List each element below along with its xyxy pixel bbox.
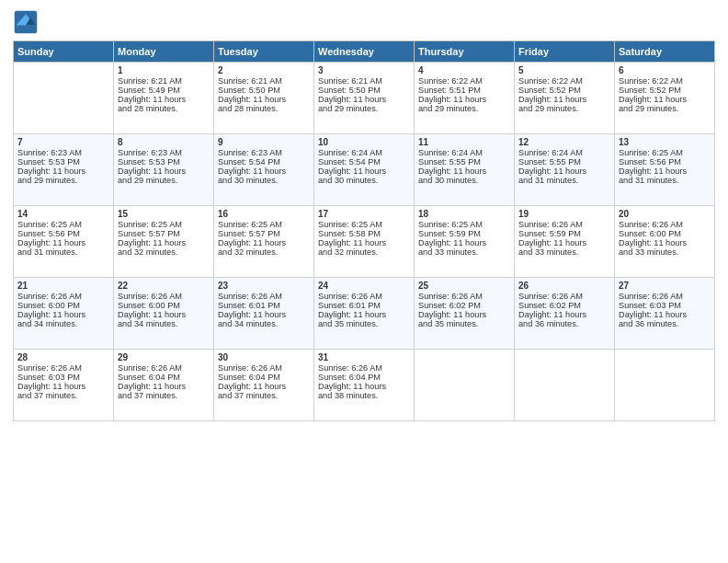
cell-info-line: Daylight: 11 hours bbox=[418, 238, 510, 247]
calendar-cell: 2Sunrise: 6:21 AMSunset: 5:50 PMDaylight… bbox=[214, 63, 314, 134]
cell-info-line: Sunset: 6:03 PM bbox=[17, 373, 109, 382]
cell-info-line: Sunset: 6:01 PM bbox=[218, 301, 310, 310]
cell-info-line: Sunrise: 6:25 AM bbox=[418, 220, 510, 229]
cell-info-line: Sunset: 5:52 PM bbox=[619, 86, 711, 95]
cell-info-line: Daylight: 11 hours bbox=[418, 95, 510, 104]
cell-info-line: Daylight: 11 hours bbox=[418, 310, 510, 319]
cell-info-line: Sunrise: 6:26 AM bbox=[318, 363, 410, 373]
week-row-3: 21Sunrise: 6:26 AMSunset: 6:00 PMDayligh… bbox=[14, 278, 715, 350]
header bbox=[13, 9, 715, 35]
cell-info-line: and 32 minutes. bbox=[218, 247, 310, 257]
logo bbox=[13, 9, 42, 35]
cell-info-line: and 37 minutes. bbox=[218, 391, 310, 400]
cell-info-line: Sunrise: 6:25 AM bbox=[318, 220, 410, 229]
cell-info-line: and 34 minutes. bbox=[218, 319, 310, 328]
cell-info-line: Sunrise: 6:26 AM bbox=[218, 292, 310, 301]
cell-info-line: Sunset: 5:49 PM bbox=[118, 86, 210, 95]
cell-info-line: Daylight: 11 hours bbox=[118, 310, 210, 319]
cell-info-line: Sunset: 5:54 PM bbox=[218, 157, 310, 167]
calendar-cell: 24Sunrise: 6:26 AMSunset: 6:01 PMDayligh… bbox=[314, 278, 415, 350]
cell-info-line: and 29 minutes. bbox=[318, 104, 410, 113]
week-row-0: 1Sunrise: 6:21 AMSunset: 5:49 PMDaylight… bbox=[14, 63, 715, 134]
cell-info-line: Daylight: 11 hours bbox=[218, 167, 310, 176]
calendar-cell: 15Sunrise: 6:25 AMSunset: 5:57 PMDayligh… bbox=[114, 206, 214, 278]
cell-info-line: and 31 minutes. bbox=[518, 176, 610, 185]
cell-info-line: and 29 minutes. bbox=[518, 104, 610, 113]
cell-info-line: Daylight: 11 hours bbox=[17, 238, 109, 247]
cell-info-line: Sunrise: 6:26 AM bbox=[518, 292, 610, 301]
cell-info-line: Sunset: 5:50 PM bbox=[318, 86, 410, 95]
day-header-friday: Friday bbox=[515, 41, 615, 63]
day-number: 10 bbox=[318, 137, 410, 147]
calendar-cell: 12Sunrise: 6:24 AMSunset: 5:55 PMDayligh… bbox=[515, 134, 615, 206]
calendar-cell: 1Sunrise: 6:21 AMSunset: 5:49 PMDaylight… bbox=[114, 63, 214, 134]
cell-info-line: Daylight: 11 hours bbox=[17, 167, 109, 176]
day-number: 21 bbox=[17, 281, 109, 291]
day-number: 9 bbox=[218, 137, 310, 147]
cell-info-line: Sunset: 6:04 PM bbox=[118, 373, 210, 382]
cell-info-line: and 35 minutes. bbox=[418, 319, 510, 328]
day-number: 7 bbox=[17, 137, 109, 147]
cell-info-line: Daylight: 11 hours bbox=[518, 310, 610, 319]
calendar-cell: 27Sunrise: 6:26 AMSunset: 6:03 PMDayligh… bbox=[615, 278, 715, 350]
cell-info-line: Daylight: 11 hours bbox=[118, 238, 210, 247]
calendar-header: SundayMondayTuesdayWednesdayThursdayFrid… bbox=[14, 41, 715, 63]
cell-info-line: Daylight: 11 hours bbox=[218, 382, 310, 391]
cell-info-line: Sunrise: 6:25 AM bbox=[619, 148, 711, 157]
cell-info-line: Sunrise: 6:26 AM bbox=[418, 292, 510, 301]
cell-info-line: Daylight: 11 hours bbox=[619, 238, 711, 247]
calendar-cell: 5Sunrise: 6:22 AMSunset: 5:52 PMDaylight… bbox=[515, 63, 615, 134]
cell-info-line: and 33 minutes. bbox=[619, 247, 711, 257]
cell-info-line: Daylight: 11 hours bbox=[218, 310, 310, 319]
cell-info-line: and 32 minutes. bbox=[118, 247, 210, 257]
week-row-1: 7Sunrise: 6:23 AMSunset: 5:53 PMDaylight… bbox=[14, 134, 715, 206]
day-number: 11 bbox=[418, 137, 510, 147]
cell-info-line: Daylight: 11 hours bbox=[118, 95, 210, 104]
cell-info-line: Sunrise: 6:21 AM bbox=[118, 76, 210, 86]
cell-info-line: Sunrise: 6:26 AM bbox=[518, 220, 610, 229]
cell-info-line: Sunrise: 6:21 AM bbox=[218, 76, 310, 86]
cell-info-line: and 30 minutes. bbox=[418, 176, 510, 185]
cell-info-line: Sunrise: 6:26 AM bbox=[17, 292, 109, 301]
cell-info-line: Daylight: 11 hours bbox=[17, 382, 109, 391]
cell-info-line: Sunrise: 6:26 AM bbox=[118, 292, 210, 301]
day-number: 26 bbox=[518, 281, 610, 291]
day-number: 27 bbox=[619, 281, 711, 291]
day-number: 15 bbox=[118, 209, 210, 219]
day-number: 30 bbox=[218, 352, 310, 362]
day-number: 4 bbox=[418, 65, 510, 75]
cell-info-line: and 29 minutes. bbox=[418, 104, 510, 113]
cell-info-line: Sunrise: 6:26 AM bbox=[118, 363, 210, 373]
cell-info-line: Daylight: 11 hours bbox=[17, 310, 109, 319]
calendar-cell: 30Sunrise: 6:26 AMSunset: 6:04 PMDayligh… bbox=[214, 350, 314, 421]
calendar-cell bbox=[14, 63, 114, 134]
cell-info-line: Sunset: 5:59 PM bbox=[518, 229, 610, 238]
cell-info-line: Sunset: 5:56 PM bbox=[619, 157, 711, 167]
cell-info-line: Daylight: 11 hours bbox=[318, 95, 410, 104]
header-row: SundayMondayTuesdayWednesdayThursdayFrid… bbox=[14, 41, 715, 63]
calendar-cell: 20Sunrise: 6:26 AMSunset: 6:00 PMDayligh… bbox=[615, 206, 715, 278]
day-number: 24 bbox=[318, 281, 410, 291]
calendar-cell: 29Sunrise: 6:26 AMSunset: 6:04 PMDayligh… bbox=[114, 350, 214, 421]
day-number: 14 bbox=[17, 209, 109, 219]
cell-info-line: and 38 minutes. bbox=[318, 391, 410, 400]
cell-info-line: Daylight: 11 hours bbox=[318, 238, 410, 247]
day-number: 28 bbox=[17, 352, 109, 362]
cell-info-line: and 31 minutes. bbox=[619, 176, 711, 185]
week-row-4: 28Sunrise: 6:26 AMSunset: 6:03 PMDayligh… bbox=[14, 350, 715, 421]
cell-info-line: Daylight: 11 hours bbox=[619, 167, 711, 176]
cell-info-line: and 30 minutes. bbox=[218, 176, 310, 185]
cell-info-line: Sunrise: 6:26 AM bbox=[318, 292, 410, 301]
cell-info-line: Sunset: 5:52 PM bbox=[518, 86, 610, 95]
cell-info-line: Sunset: 5:55 PM bbox=[418, 157, 510, 167]
day-number: 22 bbox=[118, 281, 210, 291]
cell-info-line: and 32 minutes. bbox=[318, 247, 410, 257]
cell-info-line: Sunset: 5:57 PM bbox=[218, 229, 310, 238]
calendar-cell: 14Sunrise: 6:25 AMSunset: 5:56 PMDayligh… bbox=[14, 206, 114, 278]
cell-info-line: Sunset: 5:55 PM bbox=[518, 157, 610, 167]
cell-info-line: Sunset: 5:53 PM bbox=[118, 157, 210, 167]
calendar-cell: 8Sunrise: 6:23 AMSunset: 5:53 PMDaylight… bbox=[114, 134, 214, 206]
cell-info-line: Sunset: 5:53 PM bbox=[17, 157, 109, 167]
cell-info-line: Daylight: 11 hours bbox=[418, 167, 510, 176]
day-number: 6 bbox=[619, 65, 711, 75]
